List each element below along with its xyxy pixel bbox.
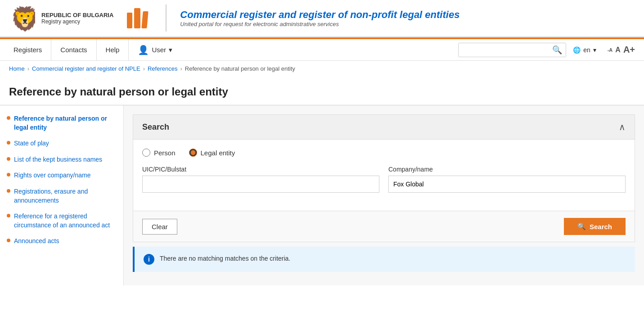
breadcrumb-sep-1: ›: [27, 65, 29, 72]
page-title-section: Reference by natural person or legal ent…: [0, 77, 644, 105]
breadcrumb: Home › Commercial register and register …: [0, 61, 644, 77]
breadcrumb-references[interactable]: References: [148, 65, 177, 72]
nav-contacts[interactable]: Contacts: [51, 39, 96, 61]
header: 🦁 REPUBLIC OF BULGARIA Registry agency C…: [0, 0, 644, 37]
sidebar-dot: [7, 189, 10, 193]
sidebar-link-state[interactable]: State of play: [14, 139, 49, 148]
sidebar-dot: [7, 141, 10, 145]
breadcrumb-sep-2: ›: [143, 65, 145, 72]
breadcrumb-home[interactable]: Home: [9, 65, 25, 72]
uic-input[interactable]: [142, 176, 379, 193]
sidebar-link-announced[interactable]: Announced acts: [14, 237, 59, 246]
sidebar-item-rights[interactable]: Rights over company/name: [7, 171, 117, 180]
header-divider: [166, 5, 167, 32]
sidebar-dot: [7, 157, 10, 161]
sidebar-link-business-names[interactable]: List of the kept business names: [14, 155, 102, 164]
sidebar-item-registrations[interactable]: Registrations, erasure and announcements: [7, 187, 117, 205]
form-row: UIC/PIC/Bulstat Company/name: [142, 166, 626, 193]
main-layout: Reference by natural person or legal ent…: [0, 105, 644, 285]
company-label: Company/name: [388, 166, 626, 173]
search-icon: 🔍: [577, 222, 586, 231]
svg-text:🦁: 🦁: [10, 5, 35, 32]
lang-chevron-icon: ▾: [593, 46, 596, 54]
site-subtitle: United portal for request for electronic…: [180, 21, 635, 27]
nav-user[interactable]: 👤 User ▾: [129, 39, 181, 61]
search-type-radio-group: Person Legal entity: [142, 149, 626, 157]
sidebar-dot: [7, 239, 10, 242]
sidebar-link-reference[interactable]: Reference by natural person or legal ent…: [14, 114, 117, 132]
chevron-down-icon: ▾: [169, 46, 172, 54]
company-input[interactable]: [388, 176, 626, 193]
book-icon: [127, 8, 148, 28]
sidebar-dot: [7, 173, 10, 176]
breadcrumb-sep-3: ›: [180, 65, 182, 72]
uic-group: UIC/PIC/Bulstat: [142, 166, 379, 193]
sidebar-item-reference[interactable]: Reference by natural person or legal ent…: [7, 114, 117, 132]
info-message: i There are no matching matches on the c…: [133, 247, 635, 272]
info-icon: i: [144, 254, 154, 265]
uic-label: UIC/PIC/Bulstat: [142, 166, 379, 173]
search-panel-header: Search ∧: [133, 115, 635, 140]
content-area: Search ∧ Person Legal entity: [124, 105, 644, 285]
collapse-button[interactable]: ∧: [619, 122, 626, 132]
sidebar-link-registrations[interactable]: Registrations, erasure and announcements: [14, 187, 117, 205]
search-panel-title: Search: [142, 122, 169, 132]
search-panel: Search ∧ Person Legal entity: [133, 114, 635, 242]
radio-legal-entity-input[interactable]: [189, 149, 197, 157]
sidebar-item-state[interactable]: State of play: [7, 139, 117, 148]
sidebar-item-announced[interactable]: Announced acts: [7, 237, 117, 246]
user-icon: 👤: [138, 45, 149, 55]
clear-button[interactable]: Clear: [142, 219, 177, 235]
sidebar-item-circumstance[interactable]: Reference for a registered circumstance …: [7, 212, 117, 230]
sidebar: Reference by natural person or legal ent…: [0, 105, 124, 285]
info-text: There are no matching matches on the cri…: [160, 254, 290, 262]
radio-person-label: Person: [154, 149, 176, 157]
radio-person-input[interactable]: [142, 149, 150, 157]
sidebar-dot: [7, 214, 10, 217]
radio-legal-entity-label: Legal entity: [201, 149, 235, 157]
action-row: Clear 🔍 Search: [133, 211, 635, 242]
sidebar-item-business-names[interactable]: List of the kept business names: [7, 155, 117, 164]
search-button-label: Search: [590, 223, 612, 231]
header-title-block: Commercial register and register of non-…: [180, 9, 635, 27]
page-title: Reference by natural person or legal ent…: [9, 86, 635, 98]
font-medium-button[interactable]: A: [615, 46, 621, 54]
logo-section: 🦁 REPUBLIC OF BULGARIA Registry agency: [9, 5, 113, 32]
global-search-bar[interactable]: 🔍: [458, 43, 566, 57]
globe-icon: 🌐: [573, 46, 581, 54]
global-search-button[interactable]: 🔍: [549, 45, 566, 55]
nav-registers[interactable]: Registers: [5, 39, 51, 61]
font-small-button[interactable]: -A: [608, 47, 613, 53]
company-group: Company/name: [388, 166, 626, 193]
radio-person[interactable]: Person: [142, 149, 176, 157]
radio-legal-entity[interactable]: Legal entity: [189, 149, 235, 157]
sidebar-link-circumstance[interactable]: Reference for a registered circumstance …: [14, 212, 117, 230]
site-title: Commercial register and register of non-…: [180, 9, 635, 21]
sidebar-dot: [7, 116, 10, 120]
nav-help[interactable]: Help: [97, 39, 129, 61]
lang-label: en: [583, 46, 590, 54]
global-search-input[interactable]: [459, 46, 549, 54]
navbar: Registers Contacts Help 👤 User ▾ 🔍 🌐 en …: [0, 39, 644, 61]
sidebar-link-rights[interactable]: Rights over company/name: [14, 171, 90, 180]
lion-logo: 🦁: [9, 5, 36, 32]
font-controls: -A A A+: [603, 45, 639, 55]
search-button[interactable]: 🔍 Search: [564, 218, 626, 235]
breadcrumb-current: Reference by natural person or legal ent…: [185, 65, 295, 72]
font-large-button[interactable]: A+: [623, 45, 635, 55]
language-selector[interactable]: 🌐 en ▾: [566, 46, 603, 54]
breadcrumb-register[interactable]: Commercial register and register of NPLE: [32, 65, 140, 72]
agency-name: REPUBLIC OF BULGARIA Registry agency: [41, 12, 113, 25]
user-label: User: [152, 46, 166, 54]
search-panel-body: Person Legal entity UIC/PIC/Bulstat Comp…: [133, 140, 635, 211]
